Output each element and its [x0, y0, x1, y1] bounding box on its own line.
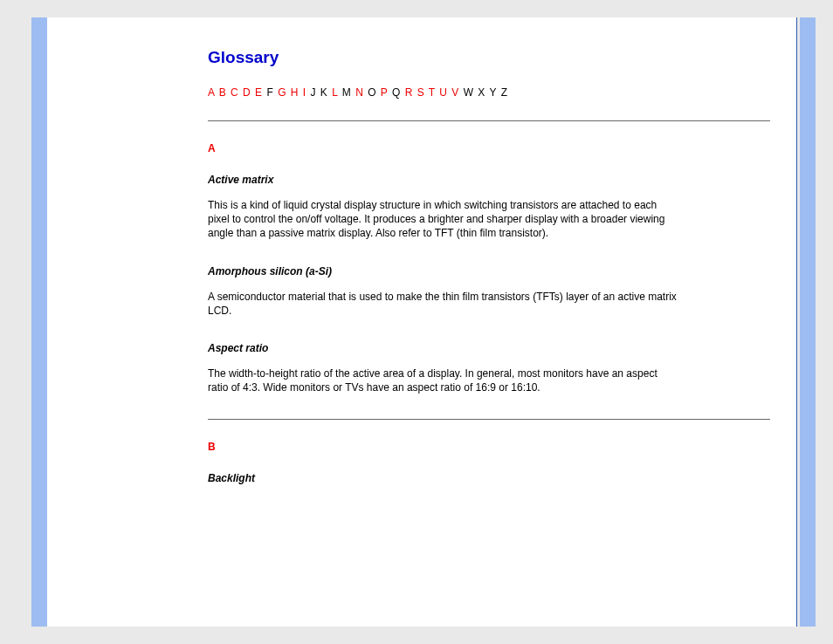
alpha-link-L[interactable]: L [332, 86, 338, 99]
alpha-link-C[interactable]: C [231, 86, 239, 99]
term-amorphous-silicon: Amorphous silicon (a-Si) [208, 265, 770, 277]
alpha-letter-K: K [320, 86, 328, 99]
term-aspect-ratio: Aspect ratio [208, 342, 770, 354]
alpha-link-A[interactable]: A [208, 86, 215, 99]
term-backlight: Backlight [208, 472, 770, 484]
alpha-link-G[interactable]: G [278, 86, 286, 99]
alpha-letter-O: O [368, 86, 376, 99]
term-active-matrix: Active matrix [208, 174, 770, 186]
alpha-link-I[interactable]: I [303, 86, 306, 99]
alpha-letter-M: M [342, 86, 352, 99]
alpha-link-S[interactable]: S [417, 86, 425, 99]
alpha-letter-F: F [266, 86, 273, 99]
section-letter-B: B [208, 441, 770, 453]
alpha-link-R[interactable]: R [405, 86, 414, 99]
def-active-matrix: This is a kind of liquid crystal display… [208, 198, 679, 241]
alpha-letter-Y: Y [489, 86, 497, 99]
page-viewport: Glossary A B C D E F G H I J K L M N O P… [0, 0, 833, 644]
section-letter-A: A [208, 142, 770, 154]
section-divider [208, 419, 770, 420]
decorative-bar-left [31, 17, 47, 627]
alpha-letter-Z: Z [501, 86, 508, 99]
alpha-letter-W: W [464, 86, 474, 99]
alphabet-nav: A B C D E F G H I J K L M N O P Q R S T … [208, 86, 770, 99]
alpha-link-V[interactable]: V [451, 86, 459, 99]
section-divider [208, 120, 770, 121]
alpha-link-U[interactable]: U [439, 86, 448, 99]
page-title: Glossary [208, 48, 770, 67]
alpha-link-N[interactable]: N [355, 86, 364, 99]
alpha-link-B[interactable]: B [219, 86, 227, 99]
def-aspect-ratio: The width-to-height ratio of the active … [208, 367, 679, 394]
alpha-letter-J: J [311, 86, 317, 99]
alpha-link-H[interactable]: H [291, 86, 299, 99]
alpha-link-T[interactable]: T [429, 86, 436, 99]
alpha-letter-X: X [478, 86, 485, 99]
document-page: Glossary A B C D E F G H I J K L M N O P… [47, 17, 796, 627]
alpha-link-E[interactable]: E [255, 86, 263, 99]
decorative-bar-right [800, 17, 816, 627]
alpha-link-P[interactable]: P [381, 86, 389, 99]
def-amorphous-silicon: A semiconductor material that is used to… [208, 290, 679, 318]
alpha-letter-Q: Q [392, 86, 401, 99]
alpha-link-D[interactable]: D [243, 86, 251, 99]
